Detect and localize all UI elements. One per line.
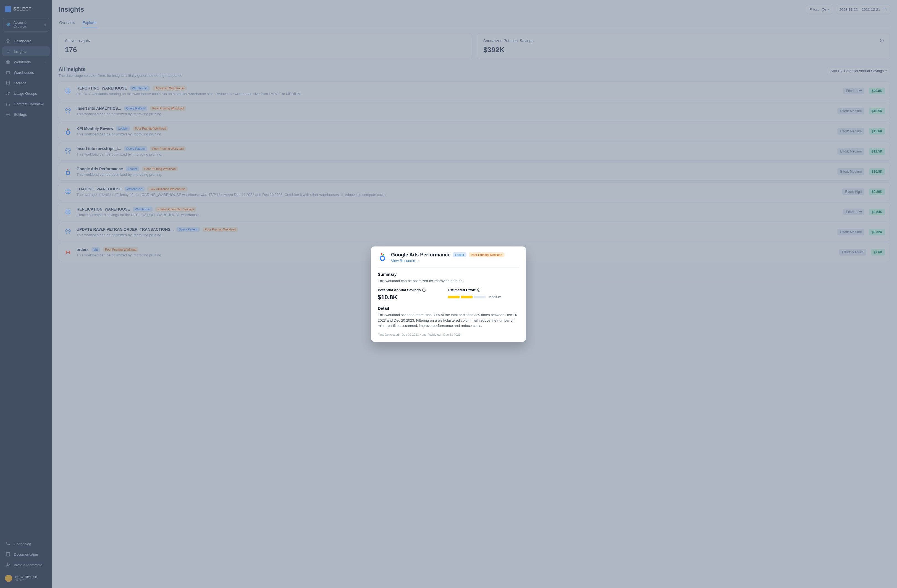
effort-label: Estimated Effort <box>448 288 501 292</box>
view-resource-link[interactable]: View Resource → <box>391 259 420 263</box>
detail-heading: Detail <box>378 306 519 311</box>
summary-text: This workload can be optimized by improv… <box>378 278 519 284</box>
modal-tag-category: Poor Pruning Workload <box>469 252 505 257</box>
modal-overlay[interactable]: Google Ads Performance Looker Poor Pruni… <box>0 0 897 588</box>
looker-icon <box>378 252 387 261</box>
effort-level: Medium <box>488 295 501 299</box>
detail-text: This workload scanned more than 80% of t… <box>378 312 519 329</box>
insight-modal: Google Ads Performance Looker Poor Pruni… <box>371 247 526 342</box>
modal-footer: First Generated - Dec 20 2023 • Last Val… <box>378 333 519 336</box>
pas-label: Potential Annual Savings <box>378 288 426 292</box>
summary-heading: Summary <box>378 272 519 277</box>
modal-tag-source: Looker <box>453 252 467 257</box>
modal-title: Google Ads Performance <box>391 252 450 258</box>
effort-meter: Medium <box>448 295 501 299</box>
info-icon[interactable] <box>422 288 426 292</box>
pas-value: $10.8K <box>378 294 426 301</box>
info-icon[interactable] <box>477 288 481 292</box>
